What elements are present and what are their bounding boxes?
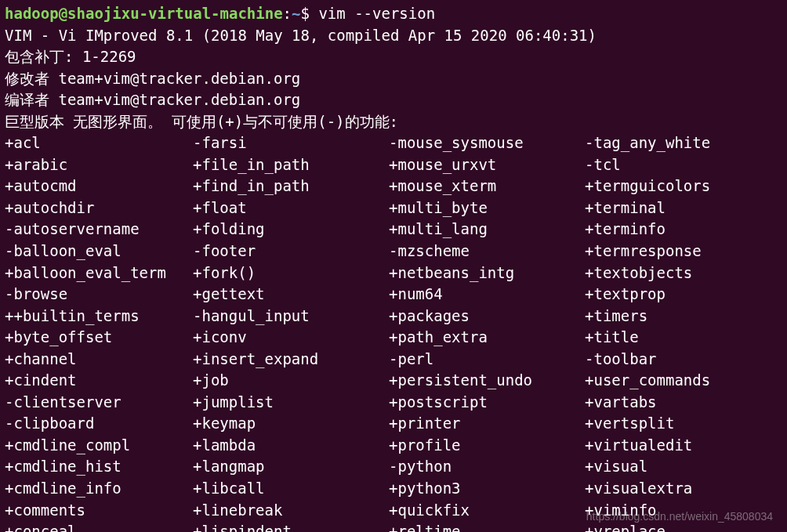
feature-col1: -clientserver <box>5 392 193 414</box>
modified-by-line: 修改者 team+vim@tracker.debian.org <box>5 68 782 90</box>
feature-col4: +user_commands <box>585 370 773 392</box>
feature-col2: +lambda <box>193 435 389 457</box>
feature-col1: +cmdline_hist <box>5 456 193 478</box>
feature-col1: -clipboard <box>5 413 193 435</box>
feature-col4: +visualextra <box>585 478 773 500</box>
prompt-user-host: hadoop@shaojixu-virtual-machine <box>5 5 283 22</box>
terminal-output[interactable]: hadoop@shaojixu-virtual-machine:~$ vim -… <box>5 3 782 532</box>
feature-col4: +visual <box>585 456 773 478</box>
feature-col2: -hangul_input <box>193 306 389 328</box>
feature-col1: +balloon_eval_term <box>5 262 193 284</box>
feature-col3: -perl <box>389 349 585 371</box>
feature-row: +autochdir+float+multi_byte+terminal <box>5 197 782 219</box>
vim-version-line: VIM - Vi IMproved 8.1 (2018 May 18, comp… <box>5 25 782 47</box>
feature-col4: +termguicolors <box>585 176 773 197</box>
feature-col1: +channel <box>5 349 193 371</box>
features-header-line: 巨型版本 无图形界面。 可使用(+)与不可使用(-)的功能: <box>5 111 782 133</box>
feature-col3: +printer <box>389 413 585 435</box>
feature-row: +cmdline_hist+langmap-python+visual <box>5 456 782 478</box>
feature-col2: +job <box>193 370 389 392</box>
feature-col3: +multi_lang <box>389 219 585 241</box>
watermark-text: https://blog.csdn.net/weixin_45808034 <box>586 508 773 524</box>
feature-col3: +persistent_undo <box>389 370 585 392</box>
feature-col2: -farsi <box>193 132 389 154</box>
feature-col4: +vartabs <box>585 392 773 414</box>
feature-col2: +find_in_path <box>193 176 389 197</box>
feature-row: +cmdline_compl+lambda+profile+virtualedi… <box>5 435 782 457</box>
feature-row: +arabic+file_in_path+mouse_urxvt-tcl <box>5 154 782 176</box>
feature-row: +acl-farsi-mouse_sysmouse-tag_any_white <box>5 132 782 154</box>
feature-row: -clientserver+jumplist+postscript+vartab… <box>5 392 782 414</box>
feature-col4: +termresponse <box>585 241 773 262</box>
feature-row: -browse+gettext+num64+textprop <box>5 284 782 306</box>
feature-col1: +cmdline_info <box>5 478 193 500</box>
feature-col2: +folding <box>193 219 389 241</box>
feature-col2: +libcall <box>193 478 389 500</box>
feature-col1: +cindent <box>5 370 193 392</box>
feature-col1: +arabic <box>5 154 193 176</box>
feature-col2: +langmap <box>193 456 389 478</box>
feature-col1: +autochdir <box>5 197 193 219</box>
prompt-dollar: $ <box>301 5 310 22</box>
feature-row: +byte_offset+iconv+path_extra+title <box>5 327 782 349</box>
feature-col1: -browse <box>5 284 193 306</box>
feature-row: -autoservername+folding+multi_lang+termi… <box>5 219 782 241</box>
feature-col3: +mouse_xterm <box>389 176 585 197</box>
prompt-line: hadoop@shaojixu-virtual-machine:~$ vim -… <box>5 3 782 25</box>
feature-col3: -mzscheme <box>389 241 585 262</box>
feature-col4: +virtualedit <box>585 435 773 457</box>
feature-row: +cindent+job+persistent_undo+user_comman… <box>5 370 782 392</box>
feature-col2: +insert_expand <box>193 349 389 371</box>
patches-line: 包含补丁: 1-2269 <box>5 46 782 68</box>
feature-col3: +postscript <box>389 392 585 414</box>
feature-row: ++builtin_terms-hangul_input+packages+ti… <box>5 306 782 328</box>
feature-col4: +vertsplit <box>585 413 773 435</box>
feature-col2: +gettext <box>193 284 389 306</box>
feature-col4: +textprop <box>585 284 773 306</box>
feature-col3: +multi_byte <box>389 197 585 219</box>
feature-col4: -toolbar <box>585 349 773 371</box>
feature-col1: +conceal <box>5 521 193 532</box>
feature-col2: +lispindent <box>193 521 389 532</box>
feature-col1: +comments <box>5 500 193 522</box>
compiled-by-line: 编译者 team+vim@tracker.debian.org <box>5 89 782 111</box>
feature-col3: +mouse_urxvt <box>389 154 585 176</box>
feature-col4: +terminal <box>585 197 773 219</box>
feature-col2: +iconv <box>193 327 389 349</box>
feature-col4: +textobjects <box>585 262 773 284</box>
feature-col4: +timers <box>585 306 773 328</box>
feature-col1: -autoservername <box>5 219 193 241</box>
feature-col1: +autocmd <box>5 176 193 197</box>
prompt-colon: : <box>283 5 292 22</box>
feature-row: -clipboard+keymap+printer+vertsplit <box>5 413 782 435</box>
feature-col2: +linebreak <box>193 500 389 522</box>
feature-col3: +path_extra <box>389 327 585 349</box>
feature-row: +cmdline_info+libcall+python3+visualextr… <box>5 478 782 500</box>
feature-col1: +byte_offset <box>5 327 193 349</box>
feature-col1: ++builtin_terms <box>5 306 193 328</box>
feature-col3: -python <box>389 456 585 478</box>
feature-row: -balloon_eval-footer-mzscheme+termrespon… <box>5 241 782 262</box>
feature-col3: -mouse_sysmouse <box>389 132 585 154</box>
feature-row: +autocmd+find_in_path+mouse_xterm+termgu… <box>5 176 782 197</box>
feature-col1: +acl <box>5 132 193 154</box>
feature-col3: +packages <box>389 306 585 328</box>
feature-col1: -balloon_eval <box>5 241 193 262</box>
prompt-path: ~ <box>292 5 300 22</box>
feature-col2: -footer <box>193 241 389 262</box>
feature-col2: +fork() <box>193 262 389 284</box>
feature-col4: -tag_any_white <box>585 132 773 154</box>
feature-col3: +python3 <box>389 478 585 500</box>
feature-col3: +quickfix <box>389 500 585 522</box>
feature-col2: +float <box>193 197 389 219</box>
feature-col1: +cmdline_compl <box>5 435 193 457</box>
features-table: +acl-farsi-mouse_sysmouse-tag_any_white+… <box>5 132 782 532</box>
feature-col3: +num64 <box>389 284 585 306</box>
feature-col4: +terminfo <box>585 219 773 241</box>
feature-row: +balloon_eval_term+fork()+netbeans_intg+… <box>5 262 782 284</box>
feature-col2: +jumplist <box>193 392 389 414</box>
feature-col3: +profile <box>389 435 585 457</box>
feature-row: +channel+insert_expand-perl-toolbar <box>5 349 782 371</box>
feature-col4: +title <box>585 327 773 349</box>
feature-col2: +keymap <box>193 413 389 435</box>
